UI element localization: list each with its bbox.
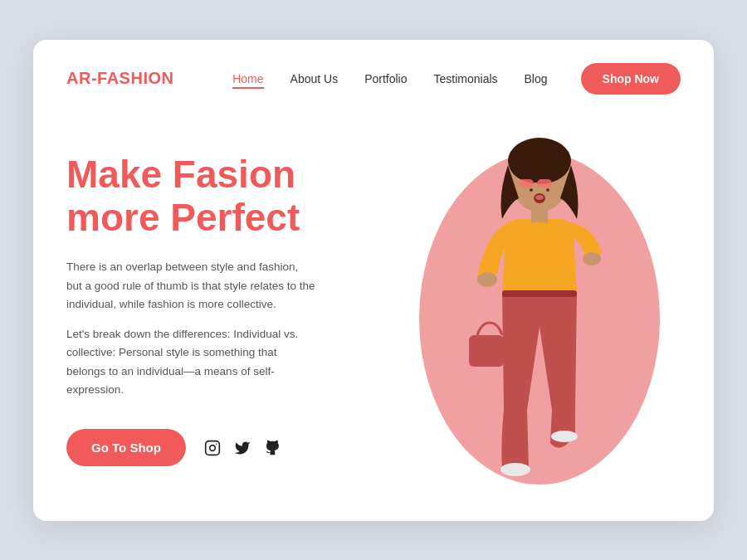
navbar: AR-FASHION Home About Us Portfolio Testi… (33, 40, 714, 95)
go-to-shop-button[interactable]: Go To Shop (66, 429, 186, 466)
hero-description-2: Let's break down the differences: Indivi… (66, 325, 315, 399)
nav-item-home[interactable]: Home (232, 71, 263, 86)
svg-rect-6 (537, 179, 552, 187)
svg-point-2 (216, 443, 217, 444)
shop-now-button[interactable]: Shop Now (581, 63, 681, 95)
hero-actions: Go To Shop (66, 429, 382, 466)
logo-name: FASHION (97, 69, 173, 87)
nav-item-blog[interactable]: Blog (525, 71, 548, 86)
hero-description-1: There is an overlap between style and fa… (66, 258, 315, 314)
fashion-figure (436, 128, 643, 521)
svg-point-9 (477, 272, 497, 287)
main-card: AR-FASHION Home About Us Portfolio Testi… (33, 40, 714, 521)
hero-section: Make Fasion more Perfect There is an ove… (33, 95, 714, 500)
logo-prefix: AR- (66, 69, 97, 87)
svg-point-10 (583, 252, 601, 265)
hero-image (390, 103, 689, 521)
twitter-icon[interactable] (234, 440, 251, 456)
svg-rect-5 (519, 179, 534, 187)
svg-point-16 (546, 188, 549, 192)
svg-point-1 (210, 445, 216, 450)
nav-item-testimonials[interactable]: Testimonials (434, 71, 498, 86)
nav-links: Home About Us Portfolio Testimonials Blo… (232, 71, 547, 86)
svg-rect-8 (531, 209, 548, 224)
nav-item-portfolio[interactable]: Portfolio (364, 71, 407, 86)
nav-item-about[interactable]: About Us (290, 71, 339, 86)
svg-point-15 (530, 188, 533, 192)
svg-rect-14 (502, 290, 577, 297)
github-icon[interactable] (264, 440, 281, 456)
social-icons (204, 440, 281, 456)
hero-content: Make Fasion more Perfect There is an ove… (66, 128, 382, 467)
instagram-icon[interactable] (204, 440, 221, 456)
svg-rect-0 (206, 441, 220, 455)
svg-point-12 (551, 431, 578, 442)
svg-point-11 (500, 463, 530, 476)
logo: AR-FASHION (66, 69, 173, 88)
svg-rect-13 (469, 335, 504, 367)
hero-title: Make Fasion more Perfect (66, 153, 382, 241)
svg-point-18 (535, 195, 544, 200)
